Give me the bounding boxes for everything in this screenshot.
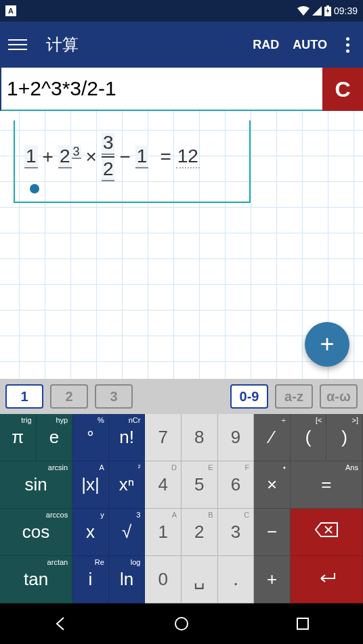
key-degree[interactable]: %° <box>72 414 109 461</box>
signal-icon <box>312 6 322 16</box>
key-lparen[interactable]: [<( <box>291 414 327 461</box>
key-4[interactable]: D4 <box>145 461 182 509</box>
tab-mode-digits[interactable]: 0-9 <box>230 384 268 409</box>
tab-mode-letters[interactable]: a-z <box>275 384 313 409</box>
key-9[interactable]: 9 <box>218 414 255 461</box>
key-minus[interactable]: − <box>254 509 291 556</box>
eq-result: 12 <box>176 145 200 168</box>
key-divide[interactable]: ÷∕ <box>254 414 291 461</box>
eq-term: 1 <box>135 145 149 168</box>
auto-button[interactable]: AUTO <box>293 38 327 52</box>
nav-recent[interactable] <box>269 617 337 630</box>
tab-page-2[interactable]: 2 <box>50 384 88 409</box>
svg-rect-3 <box>297 618 308 629</box>
key-equals[interactable]: Ans= <box>291 461 363 509</box>
key-times[interactable]: •× <box>254 461 291 509</box>
eq-op-plus: + <box>43 146 54 168</box>
eq-equals: = <box>160 146 171 168</box>
key-0[interactable]: 0 <box>145 556 182 603</box>
key-6[interactable]: F6 <box>218 461 255 509</box>
eq-term: 1 <box>24 145 38 168</box>
key-1[interactable]: A1 <box>145 509 182 556</box>
wifi-icon <box>297 6 309 16</box>
nav-bar <box>0 603 363 644</box>
tab-bar: 1 2 3 0-9 a-z α-ω <box>0 379 363 414</box>
nav-back[interactable] <box>26 616 94 631</box>
key-sin[interactable]: arcsinsin <box>0 461 72 509</box>
key-sqrt[interactable]: 3√ <box>109 509 146 556</box>
key-abs[interactable]: A|x| <box>72 461 109 509</box>
key-x[interactable]: yx <box>72 509 109 556</box>
add-fab[interactable]: + <box>305 322 349 367</box>
key-rparen[interactable]: >]) <box>326 414 363 461</box>
tab-page-1[interactable]: 1 <box>5 384 43 409</box>
key-tan[interactable]: arctantan <box>0 556 72 603</box>
eq-op-times: × <box>86 146 97 168</box>
expression-input[interactable]: 1+2^3*3/2-1 <box>0 68 322 111</box>
svg-rect-1 <box>326 5 329 7</box>
key-7[interactable]: 7 <box>145 414 182 461</box>
key-5[interactable]: E5 <box>182 461 218 509</box>
key-factorial[interactable]: nCrn! <box>109 414 146 461</box>
key-i[interactable]: Rei <box>72 556 109 603</box>
key-dot[interactable]: ． <box>218 556 255 603</box>
key-power[interactable]: ²xⁿ <box>109 461 146 509</box>
menu-icon[interactable] <box>8 39 27 50</box>
status-bar: A 09:39 <box>0 0 363 22</box>
eq-fraction: 3 2 <box>102 133 115 181</box>
clear-button[interactable]: C <box>322 68 363 111</box>
key-backspace[interactable] <box>291 509 363 556</box>
equation-box[interactable]: 1 + 2 3 × 3 2 − 1 = 12 <box>14 120 251 203</box>
rad-button[interactable]: RAD <box>253 38 279 52</box>
key-8[interactable]: 8 <box>182 414 218 461</box>
key-space[interactable]: ␣ <box>182 556 218 603</box>
key-3[interactable]: C3 <box>218 509 255 556</box>
app-bar: 计算 RAD AUTO <box>0 22 363 68</box>
nav-home[interactable] <box>148 616 215 631</box>
status-time: 09:39 <box>334 5 358 16</box>
app-title: 计算 <box>46 34 253 55</box>
result-area[interactable]: 1 + 2 3 × 3 2 − 1 = 12 + <box>0 111 363 379</box>
tab-mode-greek[interactable]: α-ω <box>320 384 358 409</box>
key-plus[interactable]: + <box>254 556 291 603</box>
input-bar: 1+2^3*3/2-1 C <box>0 68 363 111</box>
cursor-handle-icon[interactable] <box>30 184 39 193</box>
key-e[interactable]: hype <box>37 414 73 461</box>
battery-icon <box>324 5 331 16</box>
key-enter[interactable] <box>291 556 363 603</box>
overflow-menu-icon[interactable] <box>341 37 355 53</box>
svg-point-2 <box>175 618 188 630</box>
key-2[interactable]: B2 <box>182 509 218 556</box>
tab-page-3[interactable]: 3 <box>95 384 133 409</box>
key-ln[interactable]: logln <box>109 556 146 603</box>
eq-power: 2 3 <box>58 145 81 168</box>
keyboard-indicator: A <box>5 5 16 16</box>
key-pi[interactable]: trigπ <box>0 414 37 461</box>
key-cos[interactable]: arccoscos <box>0 509 72 556</box>
eq-op-minus: − <box>119 146 130 168</box>
keyboard: trigπhype%°nCrn!789÷∕[<(>])arcsinsinA|x|… <box>0 414 363 603</box>
